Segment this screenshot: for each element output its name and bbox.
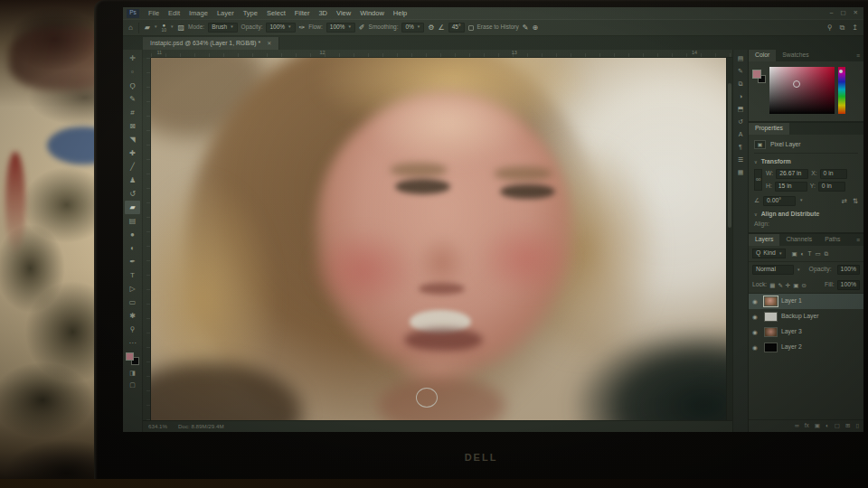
tab-paths[interactable]: Paths xyxy=(818,234,846,246)
x-field[interactable]: 0 in xyxy=(820,169,847,179)
layers-button-link-layers[interactable]: ∞ xyxy=(795,423,799,429)
pressure-size-icon[interactable]: ⊕ xyxy=(532,24,538,32)
eraser-tool-preset-icon[interactable]: ▰ xyxy=(145,24,150,32)
brush-preset-picker[interactable]: ● 10 xyxy=(161,23,166,33)
window-control-close[interactable]: ✕ xyxy=(854,10,858,16)
lock-option-icon[interactable]: ▣ xyxy=(793,283,798,289)
layers-button-new-layer[interactable]: ⊞ xyxy=(845,423,850,429)
layer-fill-field[interactable]: 100% xyxy=(837,280,860,290)
saturation-brightness-picker[interactable] xyxy=(769,67,835,114)
layer-row[interactable]: ◉ Backup Layer xyxy=(749,309,863,324)
dock-panel-info[interactable]: ☰ xyxy=(738,156,743,163)
tool-history-brush[interactable]: ↺ xyxy=(125,187,140,201)
tab-swatches[interactable]: Swatches xyxy=(776,50,815,61)
search-icon[interactable]: ⚲ xyxy=(827,24,833,32)
blend-mode-select[interactable]: Normal xyxy=(752,265,794,275)
layers-button-layer-effects[interactable]: fx xyxy=(805,423,809,429)
menu-item[interactable]: Image xyxy=(184,9,212,17)
dock-panel-brush-settings[interactable]: ▤ xyxy=(738,55,744,61)
tool-dodge[interactable]: ◐ xyxy=(125,241,140,255)
tool-brush[interactable]: ╱ xyxy=(125,160,140,174)
dock-panel-paragraph[interactable]: ¶ xyxy=(739,144,742,150)
tool-gradient[interactable]: ▤ xyxy=(125,214,140,228)
opacity-select[interactable]: 100%▼ xyxy=(266,23,295,33)
flow-select[interactable]: 100%▼ xyxy=(326,23,355,33)
dock-panel-history[interactable]: ↺ xyxy=(738,118,743,125)
tab-properties[interactable]: Properties xyxy=(749,123,789,135)
photoshop-app-icon[interactable]: Ps xyxy=(127,9,139,18)
chevron-down-icon[interactable]: ▼ xyxy=(170,25,174,30)
hue-slider[interactable] xyxy=(838,67,845,114)
height-field[interactable]: 15 in xyxy=(775,182,807,192)
chevron-down-icon[interactable]: ▼ xyxy=(799,199,803,203)
layers-button-adjustment-layer[interactable]: ◐ xyxy=(826,423,829,429)
tablet-pressure-icon[interactable]: ✎ xyxy=(523,24,529,32)
tool-lasso[interactable]: Ϙ xyxy=(125,79,140,92)
dock-panel-styles[interactable]: ⬒ xyxy=(738,106,744,112)
tab-color[interactable]: Color xyxy=(749,50,776,61)
window-control-restore[interactable]: ▢ xyxy=(840,10,845,16)
lock-option-icon[interactable]: ⊙ xyxy=(801,283,806,289)
layer-filter-kind-select[interactable]: Q Kind ▼ xyxy=(752,249,786,258)
chevron-down-icon[interactable]: ▼ xyxy=(797,268,800,273)
layers-button-layer-mask[interactable]: ▣ xyxy=(815,423,820,429)
tool-blur[interactable]: ● xyxy=(125,228,140,241)
screen-mode-button[interactable]: ▢ xyxy=(129,379,136,390)
color-picker-cursor[interactable] xyxy=(793,80,800,88)
quick-mask-button[interactable]: ◨ xyxy=(129,367,136,379)
tool-hand[interactable]: ✱ xyxy=(125,309,140,323)
color-swatches-control[interactable] xyxy=(126,352,139,365)
layer-thumbnail[interactable] xyxy=(764,312,778,322)
lock-option-icon[interactable]: ▦ xyxy=(769,283,775,289)
color-panel-swatches[interactable] xyxy=(752,70,766,83)
width-field[interactable]: 26.67 in xyxy=(776,169,808,179)
tool-zoom[interactable]: ⚲ xyxy=(125,323,140,336)
tool-eraser[interactable]: ▰ xyxy=(125,201,140,214)
tool-move[interactable]: ✛ xyxy=(125,52,140,65)
tool-shape[interactable]: ▭ xyxy=(125,296,140,309)
zoom-level-field[interactable]: 634.1% xyxy=(148,424,167,429)
transform-section-header[interactable]: ∨ Transform xyxy=(754,159,858,165)
dock-panel-navigator[interactable]: ▦ xyxy=(738,169,744,175)
mode-select[interactable]: Brush▼ xyxy=(208,23,237,33)
layers-button-layer-group[interactable]: ▢ xyxy=(835,423,840,429)
menu-item[interactable]: Window xyxy=(355,9,389,17)
layer-opacity-field[interactable]: 100% xyxy=(837,265,860,275)
panel-menu-icon[interactable]: ≡ xyxy=(856,234,863,246)
layer-visibility-eye-icon[interactable]: ◉ xyxy=(752,345,760,352)
chevron-down-icon[interactable]: ▼ xyxy=(154,25,157,30)
tool-clone-stamp[interactable]: ♟ xyxy=(125,174,140,187)
brush-settings-toggle-icon[interactable]: ▨ xyxy=(178,24,185,32)
rotate-angle-field[interactable]: 0.00° xyxy=(763,196,796,206)
layer-thumbnail[interactable] xyxy=(764,296,778,306)
layer-filter-icon[interactable]: T xyxy=(807,251,811,258)
layer-thumbnail[interactable] xyxy=(764,343,778,352)
airbrush-icon[interactable]: ✐ xyxy=(359,24,365,32)
tab-channels[interactable]: Channels xyxy=(779,234,818,246)
tool-path-selection[interactable]: ▷ xyxy=(125,282,140,296)
tool-frame[interactable]: ⊠ xyxy=(125,119,140,133)
layer-filter-icon[interactable]: ▣ xyxy=(791,251,797,258)
layer-row[interactable]: ◉ Layer 1 xyxy=(749,294,863,309)
layer-visibility-eye-icon[interactable]: ◉ xyxy=(752,299,760,305)
canvas-viewport[interactable] xyxy=(151,58,732,420)
menu-item[interactable]: 3D xyxy=(314,9,332,17)
tool-quick-selection[interactable]: ✎ xyxy=(125,92,140,106)
document-tab[interactable]: Instapic.psd @ 634% (Layer 1, RGB/8) * ✕ xyxy=(143,37,279,50)
dock-panel-brushes[interactable]: ✎ xyxy=(738,68,743,74)
layer-filter-icon[interactable]: ◐ xyxy=(801,251,805,258)
layer-row[interactable]: ◉ Layer 2 xyxy=(749,340,863,355)
workspace-switcher-icon[interactable]: ⧉ xyxy=(840,24,845,32)
smoothing-select[interactable]: 0%▼ xyxy=(401,23,424,33)
layer-filter-icon[interactable]: ⧉ xyxy=(825,251,829,258)
lock-option-icon[interactable]: ✛ xyxy=(786,283,790,289)
tool-healing-brush[interactable]: ✚ xyxy=(125,146,140,160)
menu-item[interactable]: View xyxy=(332,9,355,17)
foreground-color-swatch[interactable] xyxy=(752,70,761,79)
home-icon[interactable]: ⌂ xyxy=(128,24,133,32)
scrollbar-thumb[interactable] xyxy=(728,83,731,228)
y-field[interactable]: 0 in xyxy=(818,182,845,192)
tool-more-tools[interactable]: ⋯ xyxy=(125,336,140,350)
menu-item[interactable]: Type xyxy=(239,9,262,17)
menu-item[interactable]: File xyxy=(144,9,164,17)
